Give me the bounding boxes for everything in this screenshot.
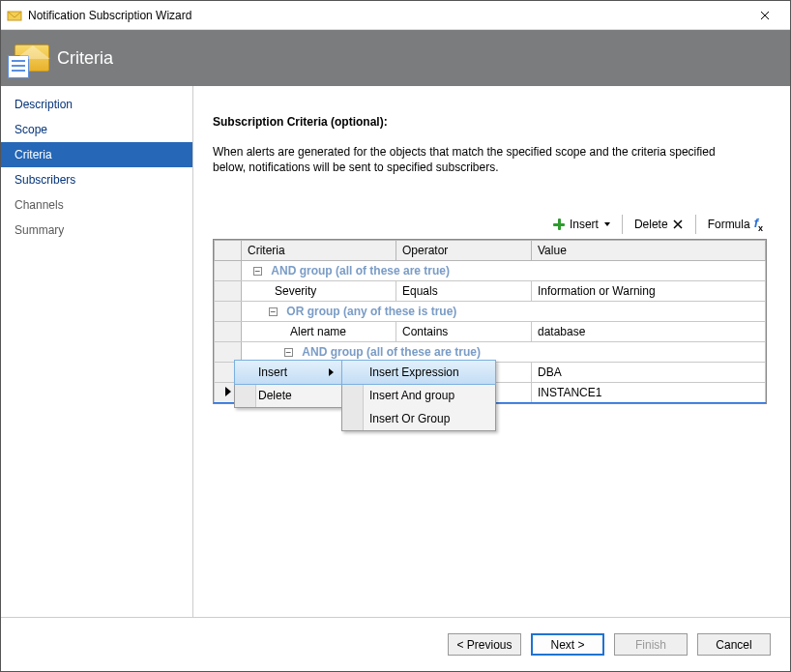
checklist-badge-icon <box>8 55 29 78</box>
formula-button[interactable]: Formula fx <box>704 214 767 235</box>
close-button[interactable] <box>746 2 784 29</box>
cell-criteria[interactable]: Alert name <box>242 321 396 341</box>
nav-item-summary[interactable]: Summary <box>1 218 192 243</box>
grid-header-operator[interactable]: Operator <box>396 240 532 260</box>
grid-row-group[interactable]: − AND group (all of these are true) <box>215 260 766 280</box>
wizard-nav: Description Scope Criteria Subscribers C… <box>1 86 193 617</box>
main-panel: Subscription Criteria (optional): When a… <box>193 86 790 617</box>
cell-value[interactable]: database <box>532 321 766 341</box>
menu-item-label: Insert <box>258 365 287 379</box>
delete-button[interactable]: Delete <box>630 216 688 233</box>
grid-row-group[interactable]: − OR group (any of these is true) <box>215 301 766 321</box>
page-title: Criteria <box>57 48 113 69</box>
x-icon <box>672 219 684 230</box>
toolbar-separator <box>695 215 696 234</box>
cell-value[interactable]: INSTANCE1 <box>532 382 766 402</box>
row-pointer-icon <box>225 387 231 396</box>
cell-value[interactable]: DBA <box>532 362 766 382</box>
nav-item-subscribers[interactable]: Subscribers <box>1 167 192 192</box>
group-label: AND group (all of these are true) <box>302 345 481 359</box>
grid-row-expr[interactable]: Alert name Contains database <box>215 321 766 341</box>
window-title: Notification Subscription Wizard <box>28 9 746 22</box>
row-indicator <box>215 321 242 341</box>
menu-item-label: Insert Expression <box>369 365 459 379</box>
insert-label: Insert <box>570 218 599 231</box>
context-menu[interactable]: Insert Delete <box>234 360 342 408</box>
formula-label: Formula <box>708 218 750 231</box>
row-indicator <box>215 280 242 301</box>
grid-header-indicator <box>215 240 242 260</box>
group-label: OR group (any of these is true) <box>286 305 456 318</box>
cell-criteria[interactable]: Severity <box>242 280 396 301</box>
menu-item-insert-or-group[interactable]: Insert Or Group <box>342 407 495 430</box>
cell-operator[interactable]: Equals <box>396 280 532 301</box>
menu-item-delete[interactable]: Delete <box>235 384 341 407</box>
wizard-mail-icon <box>15 44 49 72</box>
grid-row-expr[interactable]: Severity Equals Information or Warning <box>215 280 766 301</box>
menu-item-label: Insert Or Group <box>369 412 450 425</box>
finish-button: Finish <box>614 633 688 656</box>
nav-item-criteria[interactable]: Criteria <box>1 142 192 167</box>
grid-header-criteria[interactable]: Criteria <box>242 240 396 260</box>
nav-item-description[interactable]: Description <box>1 92 192 117</box>
menu-item-insert-expression[interactable]: Insert Expression <box>341 360 496 385</box>
row-indicator <box>215 260 242 280</box>
section-title: Subscription Criteria (optional): <box>213 115 767 129</box>
context-menu-stack: Insert Delete Insert Expression Insert A… <box>234 360 496 431</box>
menu-item-label: Delete <box>258 389 292 402</box>
collapse-icon[interactable]: − <box>269 307 278 316</box>
cancel-button[interactable]: Cancel <box>697 633 771 656</box>
menu-item-insert[interactable]: Insert <box>234 360 342 385</box>
toolbar-separator <box>622 215 623 234</box>
previous-button[interactable]: < Previous <box>448 633 521 656</box>
delete-label: Delete <box>634 218 668 231</box>
nav-item-channels[interactable]: Channels <box>1 192 192 218</box>
grid-header-row: Criteria Operator Value <box>215 240 766 260</box>
titlebar: Notification Subscription Wizard <box>1 1 790 30</box>
next-button[interactable]: Next > <box>531 633 604 656</box>
plus-icon <box>552 218 566 231</box>
app-icon <box>7 8 22 23</box>
cell-value[interactable]: Information or Warning <box>532 280 766 301</box>
criteria-toolbar: Insert Delete Formula fx <box>213 214 767 235</box>
chevron-down-icon <box>604 222 610 226</box>
collapse-icon[interactable]: − <box>253 267 262 276</box>
section-description: When alerts are generated for the object… <box>213 144 735 175</box>
collapse-icon[interactable]: − <box>284 348 293 357</box>
menu-item-insert-and-group[interactable]: Insert And group <box>342 384 495 407</box>
row-indicator <box>215 301 242 321</box>
submenu-arrow-icon <box>329 368 334 376</box>
menu-item-label: Insert And group <box>369 389 454 402</box>
wizard-footer: < Previous Next > Finish Cancel <box>1 617 790 671</box>
context-submenu[interactable]: Insert Expression Insert And group Inser… <box>341 360 496 431</box>
insert-button[interactable]: Insert <box>548 216 614 233</box>
grid-header-value[interactable]: Value <box>532 240 766 260</box>
fx-icon: fx <box>754 216 763 233</box>
header-band: Criteria <box>1 30 790 86</box>
group-label: AND group (all of these are true) <box>271 264 450 278</box>
nav-item-scope[interactable]: Scope <box>1 117 192 142</box>
cell-operator[interactable]: Contains <box>396 321 532 341</box>
